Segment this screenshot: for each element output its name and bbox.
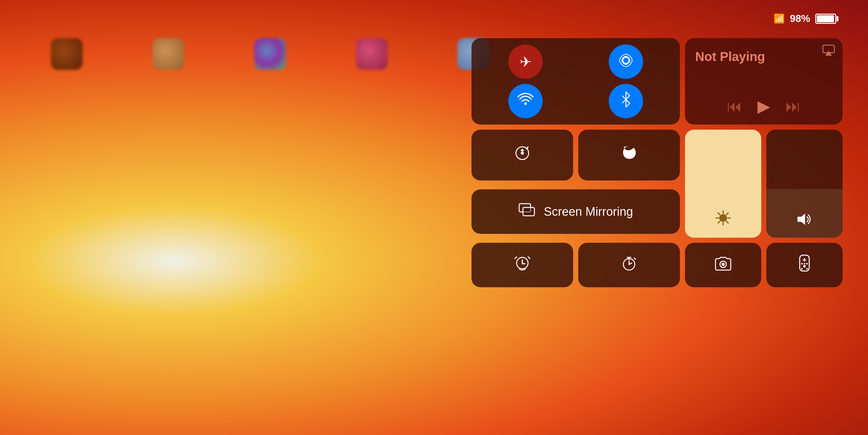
app-icon-1 bbox=[51, 38, 83, 70]
rewind-button[interactable]: ⏮ bbox=[727, 98, 742, 115]
not-playing-text: Not Playing bbox=[695, 50, 832, 64]
svg-point-0 bbox=[623, 57, 629, 64]
airdrop-button[interactable] bbox=[609, 44, 643, 79]
fast-forward-button[interactable]: ⏭ bbox=[785, 98, 801, 115]
battery-fill bbox=[817, 15, 834, 22]
svg-point-28 bbox=[804, 263, 805, 265]
remote-button[interactable] bbox=[766, 243, 843, 287]
do-not-disturb-icon bbox=[622, 145, 637, 165]
orientation-lock-button[interactable] bbox=[471, 130, 573, 181]
svg-point-7 bbox=[719, 214, 727, 222]
brightness-icon bbox=[715, 210, 732, 230]
app-icon-2 bbox=[153, 38, 184, 70]
timer-icon bbox=[621, 255, 637, 275]
connectivity-panel: ✈ bbox=[471, 38, 680, 125]
now-playing-panel: Not Playing ⏮ ▶ ⏭ bbox=[685, 38, 843, 125]
remote-icon bbox=[799, 254, 810, 276]
svg-point-21 bbox=[721, 263, 725, 266]
svg-line-12 bbox=[718, 213, 720, 215]
volume-icon bbox=[796, 212, 813, 230]
airplane-icon: ✈ bbox=[520, 54, 531, 70]
battery-indicator bbox=[815, 14, 836, 24]
wifi-icon: 📶 bbox=[774, 13, 785, 24]
app-icon-3 bbox=[254, 38, 286, 70]
svg-line-13 bbox=[726, 221, 728, 223]
battery-icon bbox=[815, 14, 836, 24]
svg-rect-18 bbox=[523, 208, 534, 216]
brightness-slider[interactable] bbox=[685, 130, 761, 238]
alarm-icon bbox=[514, 255, 531, 275]
svg-point-26 bbox=[801, 263, 803, 265]
orientation-lock-icon bbox=[514, 145, 531, 165]
volume-slider[interactable] bbox=[766, 130, 843, 238]
control-center: ✈ bbox=[471, 38, 843, 287]
airplane-mode-button[interactable]: ✈ bbox=[508, 44, 542, 79]
home-screen-apps bbox=[51, 38, 489, 70]
wifi-button[interactable] bbox=[508, 84, 542, 118]
wifi-ctrl-icon bbox=[518, 93, 533, 109]
play-button[interactable]: ▶ bbox=[757, 97, 770, 116]
screen-mirroring-button[interactable]: Screen Mirroring bbox=[471, 189, 680, 234]
svg-point-30 bbox=[806, 268, 808, 270]
do-not-disturb-button[interactable] bbox=[578, 130, 680, 181]
timer-button[interactable] bbox=[578, 243, 680, 287]
media-controls: ⏮ ▶ ⏭ bbox=[695, 97, 832, 116]
alarm-button[interactable] bbox=[471, 243, 573, 287]
screen-mirroring-text: Screen Mirroring bbox=[544, 205, 633, 219]
bluetooth-button[interactable] bbox=[609, 84, 643, 118]
app-icon-4 bbox=[356, 38, 388, 70]
screen-mirroring-icon bbox=[519, 203, 536, 220]
svg-line-15 bbox=[718, 221, 720, 223]
camera-button[interactable] bbox=[685, 243, 761, 287]
battery-percent: 98% bbox=[790, 13, 810, 25]
bluetooth-icon bbox=[621, 91, 631, 111]
camera-icon bbox=[714, 255, 732, 275]
airdrop-icon bbox=[618, 53, 634, 71]
svg-marker-16 bbox=[798, 214, 805, 225]
airplay-icon[interactable] bbox=[822, 44, 835, 59]
svg-point-25 bbox=[803, 265, 806, 268]
svg-point-29 bbox=[801, 268, 803, 270]
svg-point-6 bbox=[521, 152, 524, 155]
svg-line-14 bbox=[726, 213, 728, 215]
status-bar: 📶 98% bbox=[774, 13, 836, 25]
svg-point-27 bbox=[806, 263, 808, 265]
